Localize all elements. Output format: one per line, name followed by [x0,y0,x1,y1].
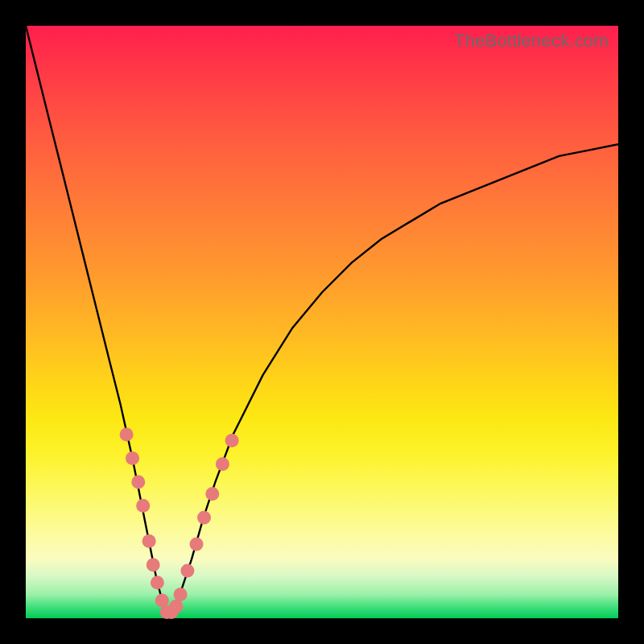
marker-dot [225,434,239,448]
marker-dot [131,475,145,489]
marker-dot [190,538,204,551]
marker-dot [142,535,156,548]
marker-dot [126,452,139,465]
marker-dot [197,510,211,524]
marker-dot [174,588,188,601]
marker-dot [120,427,134,441]
marker-dot [205,487,219,501]
bottleneck-curve [26,26,618,613]
curve-layer [26,26,618,618]
marker-dot [136,499,150,513]
marker-dot [155,593,169,607]
marker-dot [169,600,183,613]
marker-layer [120,427,239,619]
plot-area: TheBottleneck.com [26,26,618,618]
marker-dot [180,564,194,578]
chart-frame: TheBottleneck.com [0,0,644,644]
marker-dot [151,576,164,589]
marker-dot [216,457,229,471]
marker-dot [147,558,160,572]
